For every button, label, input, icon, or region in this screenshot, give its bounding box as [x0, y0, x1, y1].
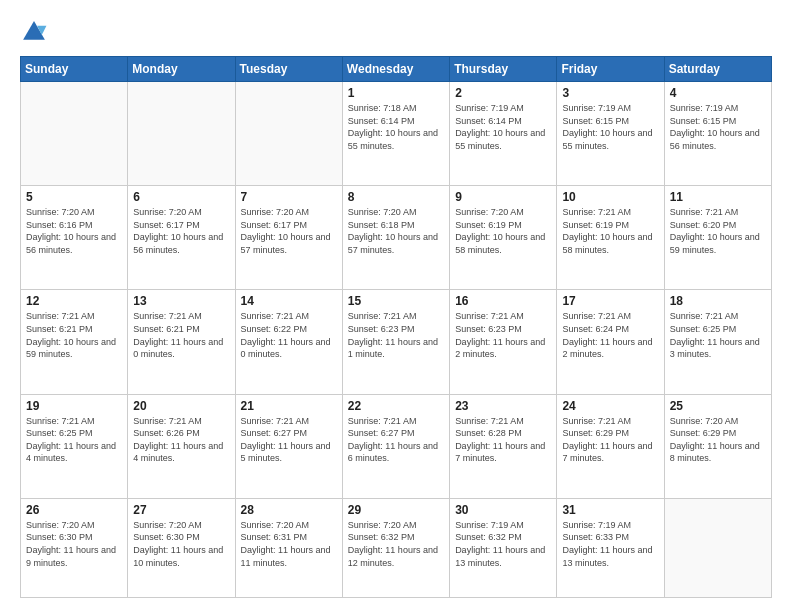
week-row-1: 1Sunrise: 7:18 AM Sunset: 6:14 PM Daylig… — [21, 82, 772, 186]
day-info: Sunrise: 7:20 AM Sunset: 6:17 PM Dayligh… — [133, 206, 229, 256]
day-number: 29 — [348, 503, 444, 517]
weekday-thursday: Thursday — [450, 57, 557, 82]
day-number: 10 — [562, 190, 658, 204]
calendar-cell: 12Sunrise: 7:21 AM Sunset: 6:21 PM Dayli… — [21, 290, 128, 394]
calendar-cell: 30Sunrise: 7:19 AM Sunset: 6:32 PM Dayli… — [450, 498, 557, 597]
day-number: 2 — [455, 86, 551, 100]
day-info: Sunrise: 7:20 AM Sunset: 6:31 PM Dayligh… — [241, 519, 337, 569]
day-number: 30 — [455, 503, 551, 517]
calendar-cell: 17Sunrise: 7:21 AM Sunset: 6:24 PM Dayli… — [557, 290, 664, 394]
day-info: Sunrise: 7:21 AM Sunset: 6:23 PM Dayligh… — [455, 310, 551, 360]
logo — [20, 18, 52, 46]
day-number: 7 — [241, 190, 337, 204]
day-number: 26 — [26, 503, 122, 517]
day-number: 25 — [670, 399, 766, 413]
day-info: Sunrise: 7:21 AM Sunset: 6:21 PM Dayligh… — [26, 310, 122, 360]
day-number: 21 — [241, 399, 337, 413]
day-info: Sunrise: 7:20 AM Sunset: 6:16 PM Dayligh… — [26, 206, 122, 256]
day-number: 1 — [348, 86, 444, 100]
calendar-cell: 8Sunrise: 7:20 AM Sunset: 6:18 PM Daylig… — [342, 186, 449, 290]
calendar-cell — [128, 82, 235, 186]
day-info: Sunrise: 7:21 AM Sunset: 6:26 PM Dayligh… — [133, 415, 229, 465]
day-info: Sunrise: 7:21 AM Sunset: 6:29 PM Dayligh… — [562, 415, 658, 465]
day-number: 28 — [241, 503, 337, 517]
day-number: 13 — [133, 294, 229, 308]
calendar-cell: 11Sunrise: 7:21 AM Sunset: 6:20 PM Dayli… — [664, 186, 771, 290]
calendar-cell — [664, 498, 771, 597]
calendar-cell: 4Sunrise: 7:19 AM Sunset: 6:15 PM Daylig… — [664, 82, 771, 186]
calendar-cell: 16Sunrise: 7:21 AM Sunset: 6:23 PM Dayli… — [450, 290, 557, 394]
day-number: 15 — [348, 294, 444, 308]
calendar-cell: 29Sunrise: 7:20 AM Sunset: 6:32 PM Dayli… — [342, 498, 449, 597]
day-info: Sunrise: 7:21 AM Sunset: 6:25 PM Dayligh… — [26, 415, 122, 465]
calendar-cell: 6Sunrise: 7:20 AM Sunset: 6:17 PM Daylig… — [128, 186, 235, 290]
day-info: Sunrise: 7:20 AM Sunset: 6:32 PM Dayligh… — [348, 519, 444, 569]
day-number: 14 — [241, 294, 337, 308]
calendar-cell: 26Sunrise: 7:20 AM Sunset: 6:30 PM Dayli… — [21, 498, 128, 597]
weekday-header-row: SundayMondayTuesdayWednesdayThursdayFrid… — [21, 57, 772, 82]
day-info: Sunrise: 7:21 AM Sunset: 6:19 PM Dayligh… — [562, 206, 658, 256]
page: SundayMondayTuesdayWednesdayThursdayFrid… — [0, 0, 792, 612]
day-number: 4 — [670, 86, 766, 100]
day-number: 3 — [562, 86, 658, 100]
day-number: 12 — [26, 294, 122, 308]
header — [20, 18, 772, 46]
calendar-cell: 31Sunrise: 7:19 AM Sunset: 6:33 PM Dayli… — [557, 498, 664, 597]
day-info: Sunrise: 7:20 AM Sunset: 6:29 PM Dayligh… — [670, 415, 766, 465]
calendar-cell: 5Sunrise: 7:20 AM Sunset: 6:16 PM Daylig… — [21, 186, 128, 290]
day-info: Sunrise: 7:19 AM Sunset: 6:15 PM Dayligh… — [562, 102, 658, 152]
day-number: 24 — [562, 399, 658, 413]
calendar-cell — [21, 82, 128, 186]
day-info: Sunrise: 7:19 AM Sunset: 6:32 PM Dayligh… — [455, 519, 551, 569]
calendar-cell: 21Sunrise: 7:21 AM Sunset: 6:27 PM Dayli… — [235, 394, 342, 498]
calendar-cell: 10Sunrise: 7:21 AM Sunset: 6:19 PM Dayli… — [557, 186, 664, 290]
day-info: Sunrise: 7:21 AM Sunset: 6:24 PM Dayligh… — [562, 310, 658, 360]
day-number: 31 — [562, 503, 658, 517]
day-info: Sunrise: 7:21 AM Sunset: 6:27 PM Dayligh… — [241, 415, 337, 465]
day-info: Sunrise: 7:20 AM Sunset: 6:30 PM Dayligh… — [133, 519, 229, 569]
calendar-cell: 18Sunrise: 7:21 AM Sunset: 6:25 PM Dayli… — [664, 290, 771, 394]
week-row-4: 19Sunrise: 7:21 AM Sunset: 6:25 PM Dayli… — [21, 394, 772, 498]
day-number: 18 — [670, 294, 766, 308]
day-info: Sunrise: 7:21 AM Sunset: 6:23 PM Dayligh… — [348, 310, 444, 360]
day-number: 11 — [670, 190, 766, 204]
calendar-table: SundayMondayTuesdayWednesdayThursdayFrid… — [20, 56, 772, 598]
day-info: Sunrise: 7:21 AM Sunset: 6:22 PM Dayligh… — [241, 310, 337, 360]
day-number: 6 — [133, 190, 229, 204]
weekday-wednesday: Wednesday — [342, 57, 449, 82]
calendar-cell: 23Sunrise: 7:21 AM Sunset: 6:28 PM Dayli… — [450, 394, 557, 498]
day-info: Sunrise: 7:20 AM Sunset: 6:30 PM Dayligh… — [26, 519, 122, 569]
calendar-cell: 19Sunrise: 7:21 AM Sunset: 6:25 PM Dayli… — [21, 394, 128, 498]
weekday-monday: Monday — [128, 57, 235, 82]
calendar-cell: 14Sunrise: 7:21 AM Sunset: 6:22 PM Dayli… — [235, 290, 342, 394]
day-info: Sunrise: 7:19 AM Sunset: 6:33 PM Dayligh… — [562, 519, 658, 569]
day-info: Sunrise: 7:21 AM Sunset: 6:21 PM Dayligh… — [133, 310, 229, 360]
day-number: 20 — [133, 399, 229, 413]
day-info: Sunrise: 7:20 AM Sunset: 6:18 PM Dayligh… — [348, 206, 444, 256]
day-info: Sunrise: 7:18 AM Sunset: 6:14 PM Dayligh… — [348, 102, 444, 152]
logo-icon — [20, 18, 48, 46]
day-number: 22 — [348, 399, 444, 413]
week-row-2: 5Sunrise: 7:20 AM Sunset: 6:16 PM Daylig… — [21, 186, 772, 290]
day-number: 9 — [455, 190, 551, 204]
day-number: 8 — [348, 190, 444, 204]
calendar-cell: 3Sunrise: 7:19 AM Sunset: 6:15 PM Daylig… — [557, 82, 664, 186]
weekday-friday: Friday — [557, 57, 664, 82]
calendar-cell: 20Sunrise: 7:21 AM Sunset: 6:26 PM Dayli… — [128, 394, 235, 498]
day-number: 16 — [455, 294, 551, 308]
weekday-tuesday: Tuesday — [235, 57, 342, 82]
day-number: 17 — [562, 294, 658, 308]
day-number: 23 — [455, 399, 551, 413]
weekday-saturday: Saturday — [664, 57, 771, 82]
day-info: Sunrise: 7:19 AM Sunset: 6:14 PM Dayligh… — [455, 102, 551, 152]
calendar-cell — [235, 82, 342, 186]
calendar-cell: 15Sunrise: 7:21 AM Sunset: 6:23 PM Dayli… — [342, 290, 449, 394]
day-number: 19 — [26, 399, 122, 413]
weekday-sunday: Sunday — [21, 57, 128, 82]
calendar-cell: 13Sunrise: 7:21 AM Sunset: 6:21 PM Dayli… — [128, 290, 235, 394]
day-info: Sunrise: 7:20 AM Sunset: 6:17 PM Dayligh… — [241, 206, 337, 256]
calendar-cell: 27Sunrise: 7:20 AM Sunset: 6:30 PM Dayli… — [128, 498, 235, 597]
day-info: Sunrise: 7:20 AM Sunset: 6:19 PM Dayligh… — [455, 206, 551, 256]
calendar-cell: 1Sunrise: 7:18 AM Sunset: 6:14 PM Daylig… — [342, 82, 449, 186]
calendar-cell: 28Sunrise: 7:20 AM Sunset: 6:31 PM Dayli… — [235, 498, 342, 597]
